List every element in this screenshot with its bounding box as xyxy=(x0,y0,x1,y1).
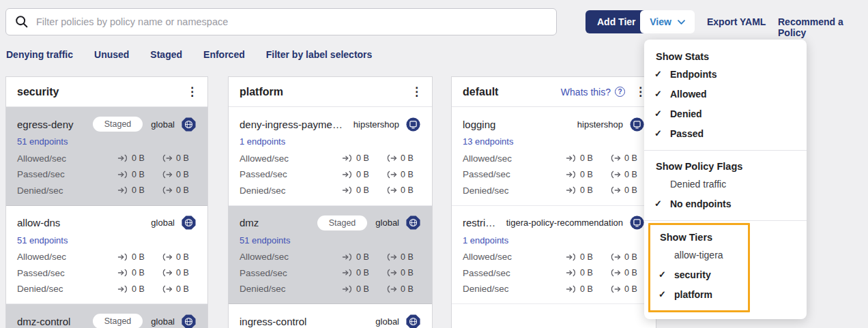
ingress-arrow-icon xyxy=(117,269,128,277)
kebab-menu-icon[interactable]: ⋮ xyxy=(186,86,198,98)
ingress-value: 0 B xyxy=(356,268,369,278)
tier-column: default Whats this? ? ⋮ logging xyxy=(451,76,656,328)
stat-row: Passed/sec 0 B xyxy=(463,169,645,179)
check-icon: ✓ xyxy=(659,289,666,299)
tier-card-list: deny-ingress-paymentservi… hipstershop xyxy=(229,107,432,328)
menu-item[interactable]: ✓ No endpoints xyxy=(644,194,807,213)
search-icon xyxy=(14,14,29,29)
policy-card[interactable]: egress-deny Staged global xyxy=(6,107,207,206)
menu-item[interactable]: ✓ platform xyxy=(650,284,748,304)
stat-label: Passed/sec xyxy=(240,169,342,179)
stat-row: Allowed/sec 0 B xyxy=(240,252,421,262)
filter-link[interactable]: Denying traffic xyxy=(6,49,73,60)
check-icon: ✓ xyxy=(654,198,662,209)
policy-filter-search xyxy=(5,8,557,35)
menu-item-label: Endpoints xyxy=(670,69,717,80)
menu-item-label: Denied traffic xyxy=(670,179,726,190)
menu-item[interactable]: ✓ security xyxy=(650,265,748,284)
policy-name: deny-ingress-paymentservi… xyxy=(240,119,345,130)
ingress-arrow-icon xyxy=(342,186,353,194)
stat-row: Allowed/sec 0 B xyxy=(17,153,197,164)
tier-header: default Whats this? ? ⋮ xyxy=(452,77,656,107)
ingress-arrow-icon xyxy=(566,154,577,162)
ingress-value: 0 B xyxy=(356,284,369,294)
policy-name: egress-deny xyxy=(17,119,86,130)
policy-card[interactable]: restricted tigera-policy-recommendation xyxy=(452,206,656,305)
stat-label: Passed/sec xyxy=(17,169,117,179)
policy-card[interactable]: dmz Staged global xyxy=(229,206,432,305)
policy-card[interactable]: deny-ingress-paymentservi… hipstershop xyxy=(229,107,432,206)
filter-link[interactable]: Unused xyxy=(94,49,129,60)
menu-item-list: allow-tigera ✓ security ✓ platform xyxy=(650,245,748,304)
policy-scope-label: global xyxy=(151,218,175,228)
menu-item-label: Passed xyxy=(670,128,704,139)
menu-item[interactable]: allow-tigera xyxy=(650,245,748,265)
stat-row: Passed/sec 0 B xyxy=(17,169,197,179)
egress-value: 0 B xyxy=(176,170,189,179)
egress-arrow-icon xyxy=(162,269,173,277)
filter-link[interactable]: Enforced xyxy=(203,49,245,60)
policy-card[interactable]: allow-dns global xyxy=(6,206,207,305)
policy-card[interactable]: dmz-control Staged global xyxy=(6,304,207,328)
ingress-arrow-icon xyxy=(117,186,128,194)
egress-value: 0 B xyxy=(624,284,637,294)
egress-value: 0 B xyxy=(401,170,414,179)
ingress-value: 0 B xyxy=(356,185,369,195)
egress-arrow-icon xyxy=(386,154,397,162)
ingress-arrow-icon xyxy=(566,170,577,179)
help-icon: ? xyxy=(615,87,625,97)
view-button[interactable]: View xyxy=(640,10,695,33)
menu-section-heading: Show Tiers xyxy=(650,227,748,245)
menu-item[interactable]: ✓ Denied xyxy=(644,104,807,123)
stat-label: Allowed/sec xyxy=(17,252,117,262)
egress-arrow-icon xyxy=(386,285,397,293)
menu-item[interactable]: Denied traffic xyxy=(644,174,807,194)
add-tier-button[interactable]: Add Tier xyxy=(585,10,648,33)
stat-label: Allowed/sec xyxy=(463,252,566,262)
endpoints-link[interactable]: 51 endpoints xyxy=(240,235,290,245)
policy-filters: Denying traffic Unused Staged Enforced F… xyxy=(6,49,372,60)
stats-list: Allowed/sec 0 B xyxy=(240,153,421,196)
menu-item[interactable]: ✓ Passed xyxy=(644,123,807,143)
menu-item-label: No endpoints xyxy=(670,198,731,209)
ingress-arrow-icon xyxy=(117,170,128,179)
policy-card[interactable]: ingress-control global xyxy=(229,304,432,328)
egress-value: 0 B xyxy=(176,153,189,163)
recommend-policy-link[interactable]: Recommend a Policy xyxy=(778,16,868,38)
export-yaml-link[interactable]: Export YAML xyxy=(707,16,766,27)
stat-label: Allowed/sec xyxy=(240,153,342,164)
search-input[interactable] xyxy=(5,8,557,35)
ingress-value: 0 B xyxy=(580,284,593,294)
endpoints-link[interactable]: 13 endpoints xyxy=(463,136,513,147)
stat-row: Allowed/sec 0 B xyxy=(240,153,421,164)
egress-arrow-icon xyxy=(162,154,173,162)
chevron-down-icon xyxy=(678,20,685,25)
endpoints-link[interactable]: 1 endpoints xyxy=(240,136,285,147)
filter-link[interactable]: Filter by label selectors xyxy=(266,49,373,60)
egress-value: 0 B xyxy=(401,185,414,195)
filter-link[interactable]: Staged xyxy=(150,49,182,60)
stat-label: Allowed/sec xyxy=(240,252,342,262)
endpoints-link[interactable]: 51 endpoints xyxy=(17,235,68,245)
stat-label: Passed/sec xyxy=(17,268,117,278)
policy-name: logging xyxy=(463,119,569,130)
policy-card[interactable]: logging hipstershop xyxy=(452,107,656,206)
egress-value: 0 B xyxy=(624,153,637,163)
stats-list: Allowed/sec 0 B xyxy=(240,252,421,294)
menu-item-list: ✓ Endpoints ✓ Allowed ✓ xyxy=(644,64,807,143)
egress-arrow-icon xyxy=(162,186,173,194)
global-policy-icon xyxy=(181,117,197,132)
egress-arrow-icon xyxy=(162,285,173,293)
stat-row: Denied/sec 0 B xyxy=(17,284,197,294)
kebab-menu-icon[interactable]: ⋮ xyxy=(411,86,422,98)
endpoints-link[interactable]: 1 endpoints xyxy=(463,235,508,245)
egress-value: 0 B xyxy=(401,252,414,262)
stat-row: Passed/sec 0 B xyxy=(463,268,645,278)
whats-this-link[interactable]: Whats this? ? xyxy=(561,87,625,98)
egress-value: 0 B xyxy=(401,153,414,163)
menu-item[interactable]: ✓ Endpoints xyxy=(644,64,807,84)
menu-item-label: security xyxy=(674,269,711,280)
menu-item[interactable]: ✓ Allowed xyxy=(644,84,807,104)
endpoints-link[interactable]: 51 endpoints xyxy=(17,136,68,147)
view-dropdown-menu: Show Stats ✓ Endpoints ✓ Allowe xyxy=(644,40,807,319)
